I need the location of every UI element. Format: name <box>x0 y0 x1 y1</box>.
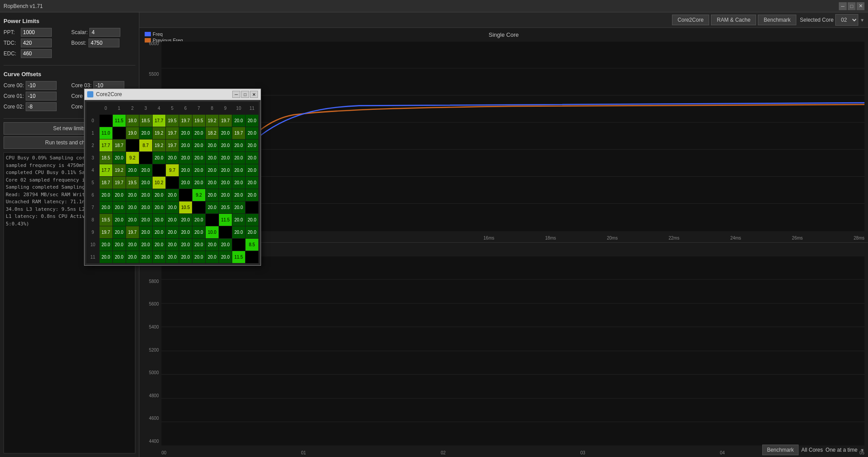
matrix-row: 819.520.020.020.020.020.020.020.011.520.… <box>87 214 259 226</box>
matrix-cell: 20.0 <box>139 239 152 251</box>
matrix-cell: 9.2 <box>126 152 139 164</box>
matrix-cell: 20.0 <box>219 139 232 152</box>
core02-input[interactable] <box>26 102 57 111</box>
ram-cache-nav-button[interactable]: RAM & Cache <box>711 15 756 25</box>
minimize-button[interactable]: ─ <box>839 2 847 10</box>
app-title: RopBench v1.71 <box>4 3 43 9</box>
matrix-cell: 20.0 <box>205 152 219 164</box>
top-bar: Core2Core RAM & Cache Benchmark Selected… <box>139 12 868 28</box>
modal-maximize-button[interactable]: □ <box>241 91 249 98</box>
edc-label: EDC: <box>4 50 19 57</box>
matrix-cell: 19.2 <box>152 139 165 152</box>
matrix-cell <box>112 127 126 139</box>
matrix-cell <box>219 226 232 239</box>
matrix-row-header: 8 <box>87 214 100 226</box>
selected-core-select[interactable]: 02 00 01 03 04 05 <box>835 14 858 26</box>
modal-controls[interactable]: ─ □ ✕ <box>232 91 258 98</box>
matrix-cell: 20.0 <box>152 226 165 239</box>
matrix-cell: 20.0 <box>232 226 245 239</box>
tdc-input[interactable] <box>21 39 52 47</box>
matrix-col-header: 9 <box>219 102 232 115</box>
matrix-cell: 20.0 <box>192 214 205 226</box>
freq-legend: Freq <box>145 31 183 37</box>
matrix-cell: 20.0 <box>245 127 258 139</box>
matrix-cell <box>245 251 258 263</box>
matrix-cell: 20.0 <box>219 127 232 139</box>
power-grid: PPT: Scalar: TDC: Boost: EDC: <box>4 28 135 58</box>
multi-core-chart: Multi Core 6000 5800 5600 5400 5200 5000… <box>139 243 868 457</box>
matrix-cell: 20.0 <box>126 189 139 201</box>
matrix-cell: 20.0 <box>245 214 258 226</box>
core00-input[interactable] <box>26 81 57 90</box>
matrix-cell: 11.5 <box>219 214 232 226</box>
y-axis-multi: 6000 5800 5600 5400 5200 5000 4800 4600 … <box>139 256 161 444</box>
title-bar-controls[interactable]: ─ □ ✕ <box>839 2 864 10</box>
matrix-cell <box>126 139 139 152</box>
matrix-cell: 20.0 <box>179 164 192 177</box>
core2core-modal[interactable]: Core2Core ─ □ ✕ 01234567891011011.518.01… <box>84 89 261 266</box>
close-button[interactable]: ✕ <box>856 2 864 10</box>
matrix-row-header: 4 <box>87 164 100 177</box>
modal-minimize-button[interactable]: ─ <box>232 91 240 98</box>
matrix-cell: 20.0 <box>112 239 126 251</box>
core03-label: Core 03: <box>71 82 92 89</box>
matrix-cell: 18.7 <box>112 139 126 152</box>
ppt-input[interactable] <box>21 28 52 37</box>
matrix-cell: 20.0 <box>205 177 219 189</box>
matrix-cell: 20.0 <box>165 226 179 239</box>
matrix-cell: 20.0 <box>245 177 258 189</box>
title-bar-left: RopBench v1.71 <box>4 3 43 9</box>
matrix-cell: 20.0 <box>205 201 219 214</box>
matrix-cell: 20.0 <box>99 189 112 201</box>
dropdown-icon-multi: ▼ <box>860 448 864 453</box>
core00-row: Core 00: <box>4 81 68 90</box>
scalar-input[interactable] <box>89 28 120 37</box>
matrix-cell: 20.0 <box>165 189 179 201</box>
maximize-button[interactable]: □ <box>848 2 856 10</box>
matrix-cell: 20.0 <box>192 226 205 239</box>
matrix-cell: 8.5 <box>245 239 258 251</box>
matrix-cell: 20.5 <box>219 201 232 214</box>
matrix-cell <box>192 201 205 214</box>
boost-row: Boost: <box>71 39 135 47</box>
matrix-cell: 20.0 <box>152 251 165 263</box>
benchmark-button[interactable]: Benchmark <box>762 445 799 455</box>
matrix-row-header: 10 <box>87 239 100 251</box>
matrix-cell: 20.0 <box>126 239 139 251</box>
matrix-cell: 20.0 <box>126 214 139 226</box>
matrix-cell: 20.0 <box>126 164 139 177</box>
core2core-nav-button[interactable]: Core2Core <box>672 15 710 25</box>
matrix-cell: 18.0 <box>126 115 139 127</box>
matrix-cell: 20.0 <box>165 152 179 164</box>
matrix-cell: 20.0 <box>205 164 219 177</box>
core01-input[interactable] <box>26 92 57 101</box>
matrix-cell: 20.0 <box>112 226 126 239</box>
matrix-cell: 20.0 <box>232 115 245 127</box>
matrix-col-header: 2 <box>126 102 139 115</box>
matrix-cell: 20.0 <box>179 214 192 226</box>
boost-input[interactable] <box>88 39 119 47</box>
modal-close-button[interactable]: ✕ <box>250 91 258 98</box>
matrix-cell: 20.0 <box>179 226 192 239</box>
matrix-row-header: 5 <box>87 177 100 189</box>
matrix-cell: 20.0 <box>192 239 205 251</box>
all-cores-label: All Cores <box>801 447 823 453</box>
matrix-cell: 20.0 <box>139 177 152 189</box>
modal-content: 01234567891011011.518.018.517.719.519.71… <box>84 100 261 265</box>
matrix-col-header <box>87 102 100 115</box>
modal-title-icon <box>87 91 93 97</box>
curve-offsets-title: Curve Offsets <box>4 71 135 77</box>
core02-row: Core 02: <box>4 102 68 111</box>
matrix-cell: 9.2 <box>192 189 205 201</box>
matrix-col-header: 6 <box>179 102 192 115</box>
edc-input[interactable] <box>21 49 52 58</box>
matrix-cell: 20.0 <box>152 189 165 201</box>
matrix-cell: 19.7 <box>179 115 192 127</box>
right-panel: Core2Core RAM & Cache Benchmark Selected… <box>139 12 868 457</box>
matrix-cell <box>152 164 165 177</box>
modal-titlebar: Core2Core ─ □ ✕ <box>84 89 261 100</box>
matrix-cell: 20.0 <box>139 189 152 201</box>
matrix-row: 620.020.020.020.020.020.09.220.020.020.0… <box>87 189 259 201</box>
main-content: Power Limits PPT: Scalar: TDC: Boost: ED… <box>0 12 868 457</box>
benchmark-nav-button[interactable]: Benchmark <box>758 15 796 25</box>
